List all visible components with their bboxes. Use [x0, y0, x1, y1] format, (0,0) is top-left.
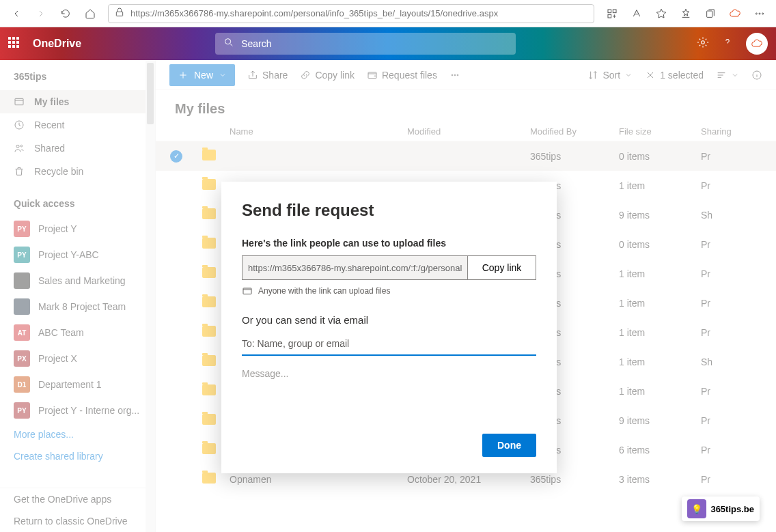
search-box[interactable]	[215, 33, 516, 55]
done-button[interactable]: Done	[482, 434, 536, 457]
refresh-button[interactable]	[55, 3, 77, 25]
send-file-request-dialog: Send file request Here's the link people…	[221, 182, 557, 473]
svg-point-6	[759, 13, 760, 14]
brand-name: OneDrive	[33, 38, 81, 50]
share-link-input[interactable]	[242, 255, 468, 280]
svg-rect-3	[608, 14, 611, 18]
svg-rect-1	[608, 10, 611, 13]
favorites-button[interactable]	[675, 3, 697, 25]
watermark-badge: 💡 365tips.be	[682, 496, 760, 521]
search-icon	[223, 37, 234, 51]
account-avatar[interactable]	[746, 33, 768, 55]
svg-point-5	[756, 13, 757, 14]
lightbulb-icon: 💡	[687, 499, 706, 518]
svg-rect-2	[613, 10, 616, 13]
svg-rect-0	[116, 12, 122, 16]
back-button[interactable]	[5, 3, 27, 25]
favorite-button[interactable]	[650, 3, 672, 25]
svg-rect-19	[243, 288, 251, 294]
svg-point-8	[225, 39, 231, 44]
svg-rect-4	[707, 11, 712, 17]
svg-point-9	[702, 41, 705, 44]
collections-button[interactable]	[699, 3, 721, 25]
search-input[interactable]	[241, 38, 508, 49]
forward-button[interactable]	[30, 3, 52, 25]
home-button[interactable]	[79, 3, 101, 25]
to-field[interactable]: To: Name, group or email	[242, 335, 536, 356]
onedrive-ext-icon[interactable]	[724, 3, 746, 25]
or-send-label: Or you can send it via email	[242, 314, 536, 326]
settings-icon[interactable]	[697, 36, 709, 51]
more-button[interactable]	[749, 3, 771, 25]
apps-button[interactable]	[601, 3, 623, 25]
svg-point-7	[762, 13, 764, 14]
url-text: https://m365x366786-my.sharepoint.com/pe…	[130, 8, 588, 18]
address-bar[interactable]: https://m365x366786-my.sharepoint.com/pe…	[108, 4, 594, 23]
read-aloud-button[interactable]	[626, 3, 648, 25]
copy-link-modal-button[interactable]: Copy link	[468, 255, 536, 280]
app-launcher[interactable]	[8, 37, 22, 51]
link-label: Here's the link people can use to upload…	[242, 238, 536, 249]
lock-icon	[114, 7, 125, 20]
browser-toolbar: https://m365x366786-my.sharepoint.com/pe…	[0, 0, 776, 27]
suite-bar: OneDrive	[0, 27, 776, 60]
message-field[interactable]: Message...	[242, 368, 536, 379]
help-icon[interactable]	[721, 36, 734, 51]
permission-text: Anyone with the link can upload files	[242, 285, 536, 296]
dialog-title: Send file request	[242, 201, 536, 220]
